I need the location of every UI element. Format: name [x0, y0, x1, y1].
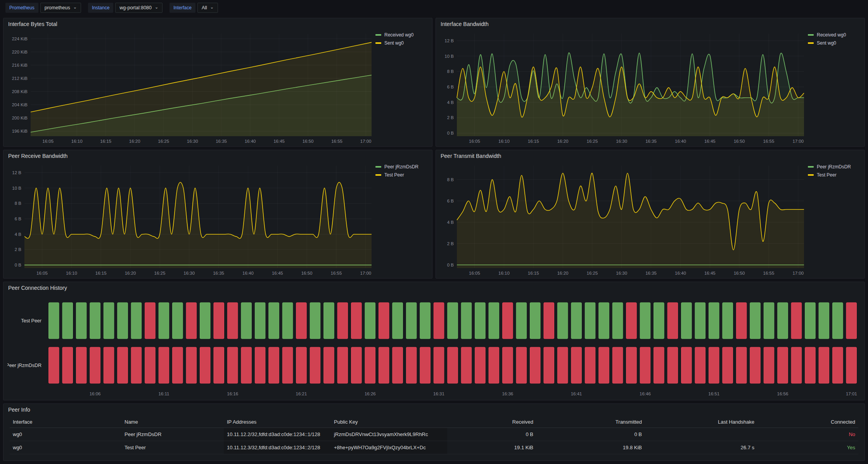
- status-cell[interactable]: [833, 347, 843, 383]
- status-cell[interactable]: [118, 303, 128, 339]
- status-cell[interactable]: [393, 303, 403, 339]
- status-cell[interactable]: [709, 303, 719, 339]
- column-header-public-key[interactable]: Public Key: [331, 419, 447, 425]
- var-label-instance[interactable]: Instance: [88, 3, 113, 13]
- status-cell[interactable]: [49, 303, 59, 339]
- status-cell[interactable]: [62, 303, 73, 339]
- status-cell[interactable]: [764, 303, 774, 339]
- legend-item[interactable]: Test Peer: [375, 172, 428, 178]
- status-cell[interactable]: [681, 347, 692, 383]
- status-cell[interactable]: [612, 347, 623, 383]
- status-cell[interactable]: [337, 347, 348, 383]
- status-cell[interactable]: [269, 303, 279, 339]
- status-cell[interactable]: [131, 303, 142, 339]
- status-cell[interactable]: [654, 303, 664, 339]
- status-cell[interactable]: [145, 303, 156, 339]
- status-cell[interactable]: [791, 303, 802, 339]
- var-label-interface[interactable]: Interface: [169, 3, 195, 13]
- status-cell[interactable]: [90, 347, 100, 383]
- status-cell[interactable]: [626, 347, 637, 383]
- status-cell[interactable]: [709, 347, 719, 383]
- column-header-transmitted[interactable]: Transmitted: [536, 419, 645, 425]
- status-cell[interactable]: [833, 303, 843, 339]
- status-cell[interactable]: [461, 303, 472, 339]
- legend-item[interactable]: Peer jRzmDsDR: [808, 164, 861, 170]
- status-cell[interactable]: [571, 303, 582, 339]
- status-cell[interactable]: [723, 347, 733, 383]
- status-cell[interactable]: [90, 303, 100, 339]
- status-cell[interactable]: [750, 347, 761, 383]
- column-header-received[interactable]: Received: [447, 419, 536, 425]
- status-cell[interactable]: [296, 347, 307, 383]
- status-cell[interactable]: [475, 347, 486, 383]
- status-cell[interactable]: [255, 303, 265, 339]
- status-cell[interactable]: [241, 303, 252, 339]
- status-cell[interactable]: [503, 303, 513, 339]
- status-cell[interactable]: [695, 347, 705, 383]
- status-cell[interactable]: [324, 303, 334, 339]
- status-cell[interactable]: [681, 303, 692, 339]
- status-cell[interactable]: [585, 347, 595, 383]
- panel-title[interactable]: Peer Transmit Bandwidth: [436, 150, 865, 162]
- status-cell[interactable]: [200, 303, 211, 339]
- legend-item[interactable]: Received wg0: [375, 32, 428, 38]
- status-cell[interactable]: [667, 303, 678, 339]
- status-cell[interactable]: [104, 303, 114, 339]
- status-cell[interactable]: [393, 347, 403, 383]
- var-label-prometheus[interactable]: Prometheus: [5, 3, 38, 13]
- status-cell[interactable]: [667, 347, 678, 383]
- status-cell[interactable]: [365, 347, 375, 383]
- status-cell[interactable]: [420, 303, 431, 339]
- peer-transmit-bandwidth-chart[interactable]: 0 B2 B4 B6 B8 B16:0516:1016:1516:2016:25…: [440, 163, 806, 277]
- status-cell[interactable]: [420, 347, 431, 383]
- status-cell[interactable]: [805, 347, 816, 383]
- column-header-connected[interactable]: Connected: [757, 419, 858, 425]
- interface-bytes-total-chart[interactable]: 196 KiB200 KiB204 KiB208 KiB212 KiB216 K…: [7, 31, 374, 145]
- legend-item[interactable]: Peer jRzmDsDR: [375, 164, 428, 170]
- status-cell[interactable]: [131, 347, 142, 383]
- status-cell[interactable]: [530, 303, 541, 339]
- status-cell[interactable]: [282, 303, 293, 339]
- panel-title[interactable]: Peer Connection History: [3, 282, 865, 294]
- status-cell[interactable]: [819, 347, 829, 383]
- status-cell[interactable]: [227, 347, 238, 383]
- status-cell[interactable]: [282, 347, 293, 383]
- status-cell[interactable]: [544, 303, 554, 339]
- status-cell[interactable]: [241, 347, 252, 383]
- column-header-interface[interactable]: Interface: [10, 419, 121, 425]
- status-cell[interactable]: [461, 347, 472, 383]
- status-cell[interactable]: [557, 303, 568, 339]
- status-cell[interactable]: [791, 347, 802, 383]
- status-cell[interactable]: [640, 303, 650, 339]
- status-cell[interactable]: [448, 347, 458, 383]
- peer-receive-bandwidth-chart[interactable]: 0 B2 B4 B6 B8 B10 B12 B16:0516:1016:1516…: [7, 163, 374, 277]
- status-cell[interactable]: [351, 347, 362, 383]
- status-cell[interactable]: [159, 347, 169, 383]
- status-cell[interactable]: [819, 303, 829, 339]
- status-cell[interactable]: [599, 303, 609, 339]
- status-cell[interactable]: [173, 303, 183, 339]
- status-cell[interactable]: [434, 303, 444, 339]
- status-cell[interactable]: [76, 303, 86, 339]
- status-cell[interactable]: [764, 347, 774, 383]
- status-cell[interactable]: [530, 347, 541, 383]
- status-cell[interactable]: [778, 347, 788, 383]
- status-cell[interactable]: [406, 303, 417, 339]
- status-cell[interactable]: [846, 303, 857, 339]
- var-select-instance[interactable]: wg-portal:8080 ⌄: [115, 3, 163, 13]
- status-cell[interactable]: [750, 303, 761, 339]
- peer-connection-history-chart[interactable]: Test PeerPeer jRzmDsDR16:0616:1116:1616:…: [7, 294, 861, 398]
- status-cell[interactable]: [489, 347, 499, 383]
- status-cell[interactable]: [846, 347, 857, 383]
- status-cell[interactable]: [379, 303, 389, 339]
- status-cell[interactable]: [503, 347, 513, 383]
- status-cell[interactable]: [448, 303, 458, 339]
- status-cell[interactable]: [310, 347, 320, 383]
- status-cell[interactable]: [406, 347, 417, 383]
- status-cell[interactable]: [778, 303, 788, 339]
- status-cell[interactable]: [62, 347, 73, 383]
- status-cell[interactable]: [214, 303, 224, 339]
- status-cell[interactable]: [640, 347, 650, 383]
- status-cell[interactable]: [104, 347, 114, 383]
- status-cell[interactable]: [227, 303, 238, 339]
